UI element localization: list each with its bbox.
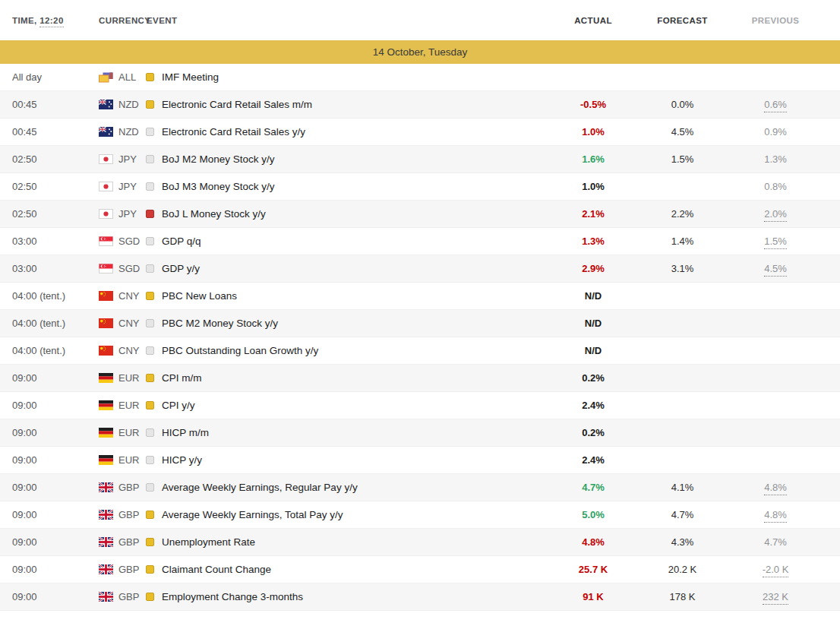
medium-impact-icon bbox=[146, 538, 154, 546]
currency-code: JPY bbox=[118, 153, 137, 165]
forecast-value: 1.4% bbox=[671, 236, 694, 247]
event-name: GDP q/q bbox=[162, 236, 201, 247]
currency-cell: GBP bbox=[91, 482, 146, 493]
table-header: TIME, 12:20 CURRENCY EVENT ACTUAL FORECA… bbox=[0, 0, 840, 40]
actual-value: 4.7% bbox=[582, 482, 605, 493]
event-row[interactable]: 09:00EURCPI m/m0.2% bbox=[0, 365, 840, 392]
current-time[interactable]: 12:20 bbox=[39, 16, 63, 27]
previous-column-header: PREVIOUS bbox=[726, 16, 825, 25]
currency-cell: GBP bbox=[91, 564, 146, 575]
event-name: HICP m/m bbox=[162, 427, 209, 438]
event-name: GDP y/y bbox=[162, 263, 200, 274]
event-row[interactable]: 09:00EURHICP m/m0.2% bbox=[0, 419, 840, 447]
previous-value[interactable]: 4.8% bbox=[764, 509, 787, 523]
currency-cell: EUR bbox=[91, 427, 146, 438]
flag-gbp-icon bbox=[99, 564, 113, 574]
currency-cell: NZD bbox=[91, 126, 146, 138]
flag-jpy-icon bbox=[99, 182, 113, 191]
actual-value: 5.0% bbox=[582, 509, 605, 520]
previous-value[interactable]: 232 K bbox=[763, 591, 788, 605]
previous-value[interactable]: 1.5% bbox=[764, 236, 787, 249]
event-row[interactable]: 02:50JPYBoJ M3 Money Stock y/y1.0%0.8% bbox=[0, 173, 840, 201]
previous-value[interactable]: 0.6% bbox=[764, 99, 787, 112]
event-row[interactable]: 03:00SGDGDP q/q1.3%1.4%1.5% bbox=[0, 228, 840, 255]
event-row[interactable]: 04:00 (tent.)CNYPBC M2 Money Stock y/yN/… bbox=[0, 310, 840, 337]
multi-flag-icon bbox=[99, 72, 113, 82]
event-row[interactable]: All dayALLIMF Meeting bbox=[0, 64, 840, 91]
currency-code: CNY bbox=[118, 318, 139, 329]
event-row[interactable]: 09:00GBPUnemployment Rate4.8%4.3%4.7% bbox=[0, 529, 840, 556]
actual-column-header: ACTUAL bbox=[548, 16, 639, 25]
event-name: BoJ L Money Stock y/y bbox=[162, 208, 266, 220]
previous-value[interactable]: 4.5% bbox=[764, 263, 787, 277]
event-cell: PBC M2 Money Stock y/y bbox=[146, 318, 548, 329]
low-impact-icon bbox=[146, 428, 154, 437]
flag-cny-icon bbox=[99, 318, 113, 328]
previous-value[interactable]: 2.0% bbox=[764, 208, 787, 222]
currency-column-header: CURRENCY bbox=[91, 16, 146, 25]
flag-sgd-icon bbox=[99, 264, 113, 273]
time-column-header: TIME, 12:20 bbox=[0, 16, 91, 25]
currency-code: ALL bbox=[118, 71, 136, 83]
event-name: BoJ M3 Money Stock y/y bbox=[162, 181, 275, 192]
flag-eur-icon bbox=[99, 455, 113, 465]
currency-cell: SGD bbox=[91, 263, 146, 274]
currency-code: JPY bbox=[118, 181, 137, 192]
flag-gbp-icon bbox=[99, 537, 113, 547]
previous-value: 1.3% bbox=[764, 153, 787, 165]
event-time: All day bbox=[0, 71, 91, 83]
event-name: Claimant Count Change bbox=[162, 564, 271, 575]
previous-value[interactable]: 4.8% bbox=[764, 482, 787, 495]
event-cell: IMF Meeting bbox=[146, 71, 548, 83]
time-label: TIME, bbox=[12, 16, 37, 25]
event-row[interactable]: 04:00 (tent.)CNYPBC New LoansN/D bbox=[0, 283, 840, 310]
low-impact-icon bbox=[146, 346, 154, 355]
flag-gbp-icon bbox=[99, 510, 113, 520]
currency-cell: JPY bbox=[91, 208, 146, 220]
event-rows: All dayALLIMF Meeting00:45NZDElectronic … bbox=[0, 64, 840, 611]
event-row[interactable]: 09:00GBPClaimant Count Change25.7 K20.2 … bbox=[0, 556, 840, 583]
previous-value[interactable]: -2.0 K bbox=[763, 564, 789, 577]
event-row[interactable]: 00:45NZDElectronic Card Retail Sales y/y… bbox=[0, 119, 840, 146]
medium-impact-icon bbox=[146, 73, 154, 81]
event-row[interactable]: 09:00GBPAverage Weekly Earnings, Total P… bbox=[0, 501, 840, 529]
event-cell: HICP m/m bbox=[146, 427, 548, 438]
forecast-value: 178 K bbox=[670, 591, 696, 602]
currency-cell: EUR bbox=[91, 372, 146, 384]
event-time: 09:00 bbox=[0, 509, 91, 520]
event-row[interactable]: 09:00EURHICP y/y2.4% bbox=[0, 447, 840, 474]
event-row[interactable]: 09:00GBPEmployment Change 3-months91 K17… bbox=[0, 583, 840, 611]
event-cell: CPI m/m bbox=[146, 372, 548, 384]
event-time: 09:00 bbox=[0, 454, 91, 466]
event-time: 00:45 bbox=[0, 99, 91, 110]
forecast-value: 4.3% bbox=[671, 536, 694, 548]
currency-cell: ALL bbox=[91, 71, 146, 83]
currency-code: EUR bbox=[118, 427, 139, 438]
medium-impact-icon bbox=[146, 565, 154, 574]
forecast-value: 4.5% bbox=[671, 126, 694, 138]
flag-nzd-icon bbox=[99, 127, 113, 137]
forecast-value: 1.5% bbox=[671, 153, 694, 165]
event-row[interactable]: 00:45NZDElectronic Card Retail Sales m/m… bbox=[0, 91, 840, 119]
event-row[interactable]: 02:50JPYBoJ L Money Stock y/y2.1%2.2%2.0… bbox=[0, 201, 840, 228]
event-time: 04:00 (tent.) bbox=[0, 290, 91, 302]
event-row[interactable]: 03:00SGDGDP y/y2.9%3.1%4.5% bbox=[0, 255, 840, 283]
event-cell: BoJ M2 Money Stock y/y bbox=[146, 153, 548, 165]
event-row[interactable]: 02:50JPYBoJ M2 Money Stock y/y1.6%1.5%1.… bbox=[0, 146, 840, 173]
forecast-column-header: FORECAST bbox=[639, 16, 726, 25]
currency-code: SGD bbox=[118, 236, 140, 247]
event-column-header: EVENT bbox=[146, 16, 548, 25]
event-row[interactable]: 09:00EURCPI y/y2.4% bbox=[0, 392, 840, 419]
event-time: 04:00 (tent.) bbox=[0, 318, 91, 329]
event-name: PBC New Loans bbox=[162, 290, 237, 302]
medium-impact-icon bbox=[146, 374, 154, 382]
event-name: CPI m/m bbox=[162, 372, 202, 384]
event-row[interactable]: 04:00 (tent.)CNYPBC Outstanding Loan Gro… bbox=[0, 337, 840, 365]
event-cell: Electronic Card Retail Sales m/m bbox=[146, 99, 548, 110]
event-row[interactable]: 09:00GBPAverage Weekly Earnings, Regular… bbox=[0, 474, 840, 501]
low-impact-icon bbox=[146, 237, 154, 245]
event-time: 02:50 bbox=[0, 181, 91, 192]
previous-value: 0.8% bbox=[764, 181, 787, 192]
flag-sgd-icon bbox=[99, 236, 113, 246]
currency-code: GBP bbox=[118, 536, 139, 548]
